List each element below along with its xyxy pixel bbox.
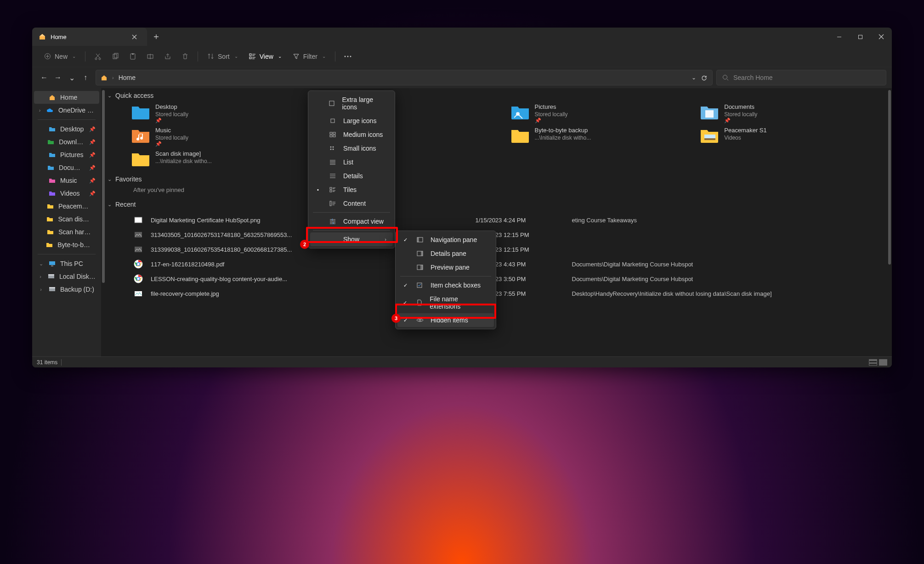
- menu-item-view-option[interactable]: Details: [310, 169, 393, 183]
- section-quick-access[interactable]: ⌄ Quick access: [101, 88, 892, 103]
- menu-item-details-pane[interactable]: Details pane: [397, 247, 494, 260]
- home-icon: [49, 94, 56, 101]
- section-recent[interactable]: ⌄ Recent: [101, 197, 892, 212]
- menu-item-view-option[interactable]: Large icons: [310, 114, 393, 128]
- sidebar-item-home[interactable]: Home: [34, 91, 99, 104]
- folder-icon: [130, 151, 151, 167]
- quick-access-item[interactable]: Byte-to-byte backup...\Initialize disk w…: [510, 126, 691, 147]
- view-menu: Extra large iconsLarge iconsMedium icons…: [308, 90, 395, 248]
- search-input[interactable]: Search Home: [716, 70, 886, 85]
- recent-item[interactable]: 313399038_10160267535418180_600266812738…: [133, 242, 892, 257]
- new-tab-button[interactable]: [147, 28, 165, 46]
- sidebar-item[interactable]: Peacemaker S1: [34, 200, 99, 213]
- view-tiles-toggle[interactable]: [879, 359, 887, 366]
- sidebar-item[interactable]: Downloads📌: [34, 135, 99, 148]
- recent-item[interactable]: 117-en-1621618210498.pdf1/14/2023 4:43 P…: [133, 257, 892, 271]
- sidebar-item[interactable]: Byte-to-byte backup: [34, 238, 99, 251]
- copy-button[interactable]: [108, 50, 123, 63]
- folder-icon: [49, 191, 56, 196]
- folder-icon: [47, 165, 54, 170]
- view-button[interactable]: View ⌄: [244, 50, 286, 63]
- menu-item-view-option[interactable]: Medium icons: [310, 128, 393, 141]
- section-favorites[interactable]: ⌄ Favorites: [101, 172, 892, 186]
- sidebar-item-onedrive[interactable]: › OneDrive - Personal: [34, 104, 99, 117]
- quick-access-item[interactable]: DocumentsStored locally📌: [699, 103, 880, 124]
- sidebar-item[interactable]: Pictures📌: [34, 148, 99, 161]
- sidebar-item-drive[interactable]: ›Backup (D:): [34, 283, 99, 296]
- check-icon: ✓: [401, 282, 409, 288]
- breadcrumb[interactable]: › Home ⌄: [96, 70, 713, 85]
- sidebar-item[interactable]: Scan hard drive: [34, 226, 99, 238]
- tab-home[interactable]: Home: [32, 28, 147, 46]
- menu-item-view-option[interactable]: Extra large icons: [310, 93, 393, 114]
- quick-access-item[interactable]: DesktopStored locally📌: [130, 103, 311, 124]
- chevron-right-icon: ›: [385, 237, 386, 242]
- refresh-button[interactable]: [701, 74, 708, 81]
- menu-item-hidden-items[interactable]: ✓ Hidden items: [397, 313, 494, 327]
- file-icon: [133, 215, 143, 225]
- pin-icon: 📌: [535, 118, 568, 124]
- menu-item-view-option[interactable]: Small icons: [310, 141, 393, 155]
- recent-dropdown[interactable]: ⌄: [65, 71, 78, 84]
- chevron-right-icon: ›: [38, 107, 42, 113]
- filter-button[interactable]: Filter ⌄: [288, 50, 330, 63]
- up-button[interactable]: ↑: [79, 71, 92, 84]
- quick-access-item[interactable]: Scan disk image]...\Initialize disk with…: [130, 150, 311, 167]
- svg-rect-50: [330, 201, 331, 206]
- svg-rect-19: [49, 288, 55, 291]
- svg-point-46: [330, 149, 332, 150]
- menu-item-navigation-pane[interactable]: ✓ Navigation pane: [397, 233, 494, 247]
- chevron-right-icon: ›: [38, 287, 44, 292]
- svg-point-2: [95, 58, 97, 60]
- share-button[interactable]: [160, 50, 176, 63]
- chevron-down-icon[interactable]: ⌄: [692, 74, 696, 81]
- view-details-toggle[interactable]: [869, 359, 877, 366]
- paste-button[interactable]: [125, 50, 141, 63]
- sidebar-item-drive[interactable]: ›Local Disk (C:): [34, 270, 99, 283]
- menu-item-file-extensions[interactable]: ✓ File name extensions: [397, 292, 494, 313]
- menu-item-preview-pane[interactable]: Preview pane: [397, 260, 494, 274]
- sidebar-item[interactable]: Desktop📌: [34, 123, 99, 135]
- menu-item-view-option[interactable]: Content: [310, 197, 393, 210]
- folder-icon: [46, 216, 53, 222]
- sidebar-item-this-pc[interactable]: ⌄ This PC: [34, 257, 99, 270]
- menu-item-view-option[interactable]: List: [310, 155, 393, 169]
- scrollbar[interactable]: [888, 90, 891, 265]
- recent-item[interactable]: file-recovery-complete.jpg1/13/2023 7:55…: [133, 286, 892, 301]
- rename-button[interactable]: [142, 50, 158, 63]
- svg-point-13: [350, 56, 351, 57]
- nav-row: ← → ⌄ ↑ › Home ⌄ Search Home: [32, 67, 892, 88]
- recent-item[interactable]: LESSON-creating-quality-blog content-you…: [133, 271, 892, 286]
- tab-close-button[interactable]: [128, 30, 141, 43]
- home-icon: [101, 74, 108, 81]
- menu-item-show[interactable]: Show ›: [310, 232, 393, 246]
- minimize-button[interactable]: [828, 28, 850, 46]
- svg-point-36: [137, 278, 140, 280]
- quick-access-item[interactable]: PicturesStored locally📌: [510, 103, 691, 124]
- more-button[interactable]: [340, 53, 356, 60]
- svg-rect-48: [330, 187, 332, 189]
- recent-item[interactable]: 313403505_10160267531748180_563255786955…: [133, 227, 892, 242]
- cut-button[interactable]: [90, 50, 106, 63]
- svg-rect-49: [330, 190, 332, 192]
- new-button[interactable]: New ⌄: [40, 50, 80, 63]
- content-pane: ⌄ Quick access DesktopStored locally📌Pic…: [101, 88, 892, 356]
- close-button[interactable]: [871, 28, 892, 46]
- menu-item-compact-view[interactable]: Compact view: [310, 214, 393, 228]
- quick-access-item[interactable]: Peacemaker S1Videos: [699, 126, 880, 147]
- quick-access-item[interactable]: MusicStored locally📌: [130, 126, 311, 147]
- svg-rect-16: [51, 265, 53, 266]
- delete-button[interactable]: [177, 50, 193, 63]
- sidebar-item[interactable]: Documents📌: [34, 161, 99, 174]
- maximize-button[interactable]: [850, 28, 871, 46]
- back-button[interactable]: ←: [38, 71, 51, 84]
- menu-item-check-boxes[interactable]: ✓ Item check boxes: [397, 278, 494, 292]
- forward-button[interactable]: →: [51, 71, 64, 84]
- menu-item-view-option[interactable]: •Tiles: [310, 183, 393, 197]
- sidebar-item[interactable]: Scan disk image]: [34, 213, 99, 226]
- scrollbar[interactable]: [102, 90, 105, 283]
- recent-item[interactable]: Digital Marketing Certificate HubSpot.pn…: [133, 213, 892, 227]
- sidebar-item[interactable]: Videos📌: [34, 187, 99, 200]
- sort-button[interactable]: Sort ⌄: [203, 50, 243, 63]
- sidebar-item[interactable]: Music📌: [34, 174, 99, 187]
